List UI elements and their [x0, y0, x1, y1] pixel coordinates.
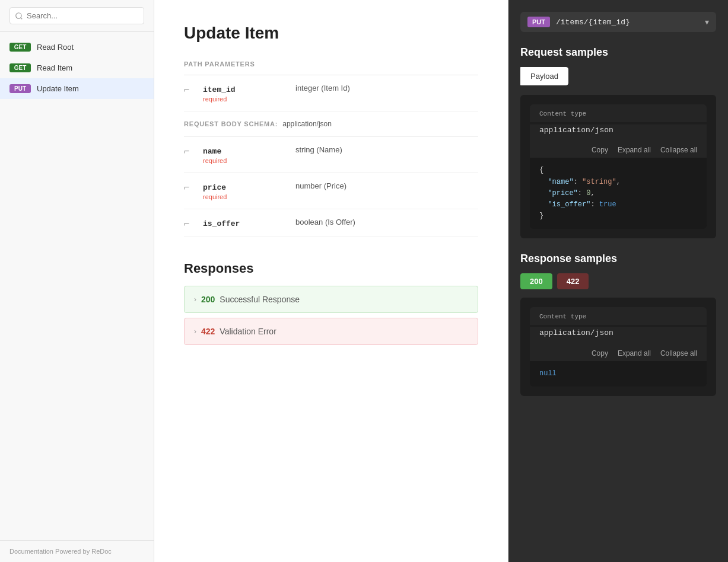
search-input[interactable] — [9, 7, 144, 24]
chevron-right-icon: › — [194, 327, 196, 336]
method-badge-get: GET — [9, 63, 31, 72]
request-code-block: Content type application/json Copy Expan… — [520, 95, 716, 238]
request-code-inner: { "name": "string", "price": 0, "is_offe… — [530, 158, 707, 229]
endpoint-selector[interactable]: PUT /items/{item_id} ▾ — [520, 12, 716, 32]
response-code-block: Content type application/json Copy Expan… — [520, 298, 716, 396]
param-type: number (Price) — [295, 181, 346, 190]
param-name: price — [203, 183, 226, 192]
response-copy-button[interactable]: Copy — [592, 349, 608, 357]
param-name-col: item_id required — [203, 84, 286, 103]
request-tab-buttons: Payload — [520, 67, 716, 85]
path-params-table: ⌐ item_id required integer (Item Id) — [184, 75, 478, 111]
endpoint-method-badge: PUT — [527, 17, 550, 27]
request-code-actions: Copy Expand all Collapse all — [530, 142, 707, 158]
response-content-type-value: application/json — [530, 327, 707, 346]
content-type-label: Content type — [530, 104, 707, 122]
param-row-item-id: ⌐ item_id required integer (Item Id) — [184, 75, 478, 111]
response-tab-422-button[interactable]: 422 — [557, 273, 589, 289]
content-type-value: application/json — [530, 124, 707, 143]
method-badge-put: PUT — [9, 84, 31, 93]
response-null-value: null — [539, 369, 557, 378]
request-samples-title: Request samples — [520, 46, 716, 59]
param-bracket: ⌐ — [184, 85, 189, 94]
method-badge-get: GET — [9, 43, 31, 52]
endpoint-path: /items/{item_id} — [556, 18, 705, 27]
param-row-is-offer: ⌐ is_offer boolean (Is Offer) — [184, 209, 478, 237]
response-code: 200 — [201, 295, 215, 304]
body-params-table: ⌐ name required string (Name) ⌐ price re… — [184, 137, 478, 237]
response-tab-200-button[interactable]: 200 — [520, 273, 552, 289]
param-required: required — [203, 95, 286, 103]
response-item-422[interactable]: › 422 Validation Error — [184, 318, 478, 345]
param-required: required — [203, 193, 286, 200]
right-panel: PUT /items/{item_id} ▾ Request samples P… — [508, 0, 728, 562]
param-name: name — [203, 147, 221, 156]
sidebar-item-update-item[interactable]: PUT Update Item — [0, 78, 154, 99]
main-content: Update Item PATH PARAMETERS ⌐ item_id re… — [154, 0, 508, 562]
json-value-name: "string" — [582, 178, 616, 186]
chevron-right-icon: › — [194, 295, 196, 304]
response-code-actions: Copy Expand all Collapse all — [530, 346, 707, 361]
param-type: integer (Item Id) — [295, 84, 350, 92]
json-key-price: "price" — [548, 189, 577, 197]
search-container — [0, 0, 154, 32]
nav-items: GET Read Root GET Read Item PUT Update I… — [0, 32, 154, 104]
payload-tab-button[interactable]: Payload — [520, 67, 568, 85]
response-tab-buttons: 200 422 — [520, 273, 716, 289]
response-item-200[interactable]: › 200 Successful Response — [184, 286, 478, 313]
sidebar-item-read-item[interactable]: GET Read Item — [0, 58, 154, 78]
responses-section: Responses › 200 Successful Response › 42… — [184, 261, 478, 345]
path-params-label: PATH PARAMETERS — [184, 60, 478, 68]
param-bracket: ⌐ — [184, 183, 189, 192]
response-collapse-all-button[interactable]: Collapse all — [660, 349, 697, 357]
json-brace-open: { — [539, 166, 543, 174]
chevron-down-icon: ▾ — [705, 17, 709, 27]
sidebar-item-label: Read Root — [37, 43, 74, 52]
sidebar-item-label: Update Item — [37, 84, 79, 93]
request-body-row: REQUEST BODY SCHEMA: application/json — [184, 111, 478, 137]
sidebar-item-label: Read Item — [37, 63, 72, 72]
request-body-schema: application/json — [282, 120, 332, 128]
response-code-inner: null — [530, 361, 707, 387]
response-code: 422 — [201, 327, 215, 336]
param-bracket: ⌐ — [184, 146, 189, 156]
page-title: Update Item — [184, 24, 478, 43]
param-row-price: ⌐ price required number (Price) — [184, 173, 478, 209]
param-type: string (Name) — [295, 145, 342, 154]
response-desc: Validation Error — [220, 327, 276, 336]
json-brace-close: } — [539, 212, 543, 220]
response-samples-title: Response samples — [520, 253, 716, 265]
param-name-col: is_offer — [203, 218, 286, 228]
response-desc: Successful Response — [220, 295, 300, 304]
param-name: is_offer — [203, 219, 240, 228]
json-value-is-offer: true — [599, 200, 616, 209]
sidebar-item-read-root[interactable]: GET Read Root — [0, 37, 154, 58]
sidebar: GET Read Root GET Read Item PUT Update I… — [0, 0, 154, 562]
json-key-name: "name" — [548, 178, 573, 186]
param-name: item_id — [203, 85, 236, 94]
param-required: required — [203, 157, 286, 164]
collapse-all-button[interactable]: Collapse all — [660, 146, 697, 154]
param-row-name: ⌐ name required string (Name) — [184, 137, 478, 173]
powered-by: Documentation Powered by ReDoc — [0, 540, 154, 562]
param-name-col: name required — [203, 145, 286, 164]
response-content-type-label: Content type — [530, 307, 707, 325]
request-body-label: REQUEST BODY SCHEMA: — [184, 120, 278, 127]
copy-button[interactable]: Copy — [592, 146, 608, 154]
param-bracket: ⌐ — [184, 219, 189, 228]
response-expand-all-button[interactable]: Expand all — [618, 349, 651, 357]
json-key-is-offer: "is_offer" — [548, 200, 590, 209]
param-type: boolean (Is Offer) — [295, 218, 355, 226]
expand-all-button[interactable]: Expand all — [618, 146, 651, 154]
responses-title: Responses — [184, 261, 478, 276]
param-name-col: price required — [203, 181, 286, 200]
